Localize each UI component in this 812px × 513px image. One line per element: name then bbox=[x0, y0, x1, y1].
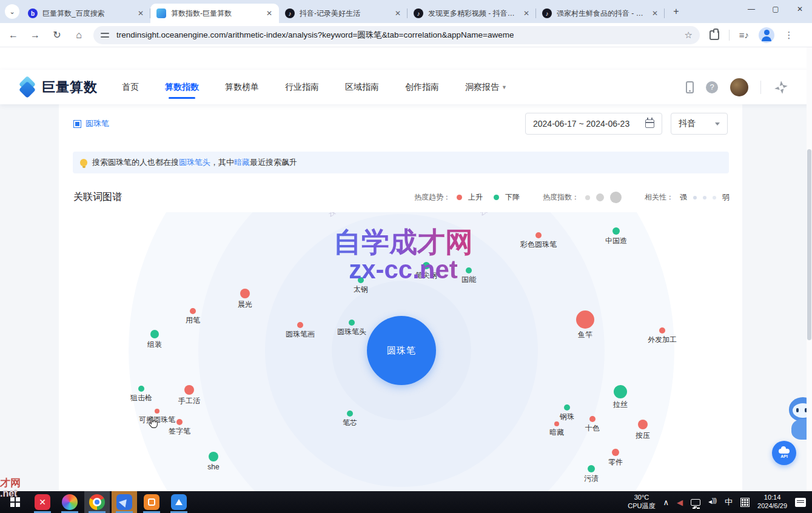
nav-item-创作指南[interactable]: 创作指南 bbox=[405, 70, 439, 104]
keyword-bubble-钢珠[interactable] bbox=[564, 404, 570, 411]
keyword-bubble-按压[interactable] bbox=[638, 420, 648, 429]
keyword-bubble-label: 国能 bbox=[461, 275, 476, 285]
keyword-bubble-label: 组装 bbox=[147, 340, 162, 350]
address-bar[interactable]: trendinsight.oceanengine.com/arithmetic-… bbox=[93, 26, 700, 44]
pinyin-keyboard-icon[interactable] bbox=[740, 498, 750, 507]
nav-item-行业指南[interactable]: 行业指南 bbox=[285, 70, 319, 104]
relevance-legend-label: 相关性： bbox=[645, 192, 674, 203]
tab-close-icon[interactable]: ✕ bbox=[136, 8, 146, 18]
keyword-bubble-中国造[interactable] bbox=[612, 227, 620, 235]
browser-tab[interactable]: ♪抖音-记录美好生活✕ bbox=[279, 4, 408, 23]
keyword-bubble-手工活[interactable] bbox=[184, 385, 194, 395]
keyword-bubble-零件[interactable] bbox=[612, 449, 619, 456]
keyword-bubble-she[interactable] bbox=[209, 452, 218, 461]
keyword-bubble-国能[interactable] bbox=[466, 267, 472, 273]
home-button[interactable]: ⌂ bbox=[70, 27, 87, 44]
user-avatar[interactable] bbox=[730, 78, 748, 96]
url-text[interactable]: trendinsight.oceanengine.com/arithmetic-… bbox=[116, 30, 514, 41]
mobile-app-icon[interactable] bbox=[686, 81, 694, 93]
tab-close-icon[interactable]: ✕ bbox=[393, 8, 403, 18]
nav-item-首页[interactable]: 首页 bbox=[122, 70, 139, 104]
window-minimize-button[interactable]: — bbox=[739, 0, 763, 18]
keyword-bubble-外发加工[interactable] bbox=[659, 327, 665, 334]
keyword-bubble-笔芯[interactable] bbox=[347, 411, 353, 417]
keyword-bubble-签字笔[interactable] bbox=[176, 419, 183, 425]
tab-close-icon[interactable]: ✕ bbox=[650, 8, 660, 18]
new-tab-button[interactable]: + bbox=[668, 4, 684, 19]
blue-arrow-app[interactable] bbox=[112, 491, 137, 513]
system-tray: 30°C CPU温度 ∧ ◀ 中 10:14 2024/6/29 bbox=[628, 494, 812, 511]
blue-media-app[interactable] bbox=[166, 491, 192, 513]
keyword-bubble-笔尖钢[interactable] bbox=[423, 262, 430, 269]
nav-item-label: 创作指南 bbox=[405, 82, 439, 93]
keyword-bubble-狙击枪[interactable] bbox=[138, 386, 144, 392]
muted-speaker-icon[interactable]: ◀ bbox=[677, 498, 683, 507]
date-range-picker[interactable]: 2024-06-17 ~ 2024-06-23 bbox=[525, 113, 662, 135]
tip-link-keyword1[interactable]: 圆珠笔头 bbox=[179, 158, 210, 167]
api-float-button[interactable]: API bbox=[772, 441, 796, 465]
ime-language-indicator[interactable]: 中 bbox=[725, 497, 733, 508]
keyword-bubble-暗藏[interactable] bbox=[554, 421, 559, 426]
back-button[interactable]: ← bbox=[5, 27, 22, 44]
window-close-button[interactable]: ✕ bbox=[788, 0, 812, 18]
keyword-bubble-拉丝[interactable] bbox=[614, 385, 627, 398]
browser-tab[interactable]: 算数指数-巨量算数✕ bbox=[150, 4, 279, 23]
browser-menu-icon[interactable]: ⋮ bbox=[780, 27, 797, 44]
bookmark-star-icon[interactable]: ☆ bbox=[685, 30, 693, 41]
network-monitor-icon[interactable] bbox=[691, 499, 700, 506]
keyword-tag[interactable]: 圆珠笔 bbox=[73, 118, 109, 129]
reload-button[interactable]: ↻ bbox=[49, 27, 65, 44]
nav-item-算数榜单[interactable]: 算数榜单 bbox=[225, 70, 259, 104]
red-x-app[interactable]: ✕ bbox=[30, 491, 55, 513]
tab-close-icon[interactable]: ✕ bbox=[522, 8, 531, 18]
browser-profile-avatar[interactable] bbox=[759, 27, 774, 43]
platform-select[interactable]: 抖音 bbox=[671, 113, 728, 135]
cloud-icon bbox=[779, 449, 790, 454]
window-maximize-button[interactable]: ▢ bbox=[763, 0, 788, 18]
keyword-bubble-彩色圆珠笔[interactable] bbox=[535, 232, 542, 238]
scrollbar-thumb[interactable] bbox=[807, 149, 811, 340]
keyword-bubble-圆珠笔画[interactable] bbox=[297, 322, 303, 328]
tab-media-list-icon[interactable]: ≡♪ bbox=[736, 27, 753, 44]
tip-link-keyword2[interactable]: 暗藏 bbox=[234, 158, 250, 167]
tray-expand-icon[interactable]: ∧ bbox=[663, 498, 669, 507]
help-icon[interactable]: ? bbox=[706, 81, 718, 93]
browser-tab[interactable]: ♪发现更多精彩视频 - 抖音搜索✕ bbox=[408, 4, 536, 23]
keyword-bubble-十色[interactable] bbox=[589, 416, 596, 422]
keyword-bubble-label: 十色 bbox=[585, 423, 600, 434]
date-range-value: 2024-06-17 ~ 2024-06-23 bbox=[533, 119, 629, 129]
keyword-bubble-用笔[interactable] bbox=[190, 308, 196, 314]
keyword-bubble-鱼竿[interactable] bbox=[576, 310, 594, 329]
volcengine-logo-icon[interactable] bbox=[773, 79, 789, 95]
center-keyword-bubble[interactable]: 圆珠笔 bbox=[367, 316, 436, 385]
orange-recorder-app[interactable] bbox=[139, 491, 164, 513]
screen: ⌄ b巨量算数_百度搜索✕算数指数-巨量算数✕♪抖音-记录美好生活✕♪发现更多精… bbox=[0, 0, 812, 513]
browser-tab[interactable]: b巨量算数_百度搜索✕ bbox=[22, 4, 150, 23]
chrome-app[interactable] bbox=[84, 491, 110, 513]
keyword-checkbox-icon[interactable] bbox=[73, 120, 81, 128]
clock[interactable]: 10:14 2024/6/29 bbox=[757, 494, 787, 511]
keyword-bubble-可擦圆珠笔[interactable] bbox=[155, 409, 159, 414]
keyword-bubble-污渍[interactable] bbox=[588, 465, 595, 472]
platform-value: 抖音 bbox=[679, 118, 696, 129]
volume-icon[interactable] bbox=[708, 498, 717, 506]
start-button[interactable] bbox=[2, 491, 28, 513]
browser-tab[interactable]: ♪强家村生鲜食品的抖音 - 抖音✕ bbox=[536, 4, 665, 23]
keyword-bubble-太钢[interactable] bbox=[358, 277, 364, 283]
forward-button[interactable]: → bbox=[27, 27, 44, 44]
extensions-icon[interactable] bbox=[706, 27, 723, 44]
keyword-bubble-label: 中国造 bbox=[605, 236, 627, 246]
tab-search-button[interactable]: ⌄ bbox=[5, 4, 19, 19]
keyword-bubble-组装[interactable] bbox=[150, 330, 159, 338]
page-scrollbar[interactable] bbox=[807, 47, 812, 491]
colorful-browser-app[interactable] bbox=[57, 491, 82, 513]
keyword-bubble-晨光[interactable] bbox=[240, 289, 250, 298]
nav-item-区域指南[interactable]: 区域指南 bbox=[345, 70, 379, 104]
site-settings-icon[interactable] bbox=[101, 31, 110, 39]
juliang-logo[interactable]: 巨量算数 bbox=[18, 78, 98, 96]
nav-item-算数指数[interactable]: 算数指数 bbox=[165, 70, 199, 104]
keyword-bubble-圆珠笔头[interactable] bbox=[349, 320, 355, 326]
notification-center-icon[interactable] bbox=[795, 498, 806, 507]
tab-close-icon[interactable]: ✕ bbox=[264, 8, 274, 18]
nav-item-洞察报告[interactable]: 洞察报告▼ bbox=[465, 70, 507, 104]
